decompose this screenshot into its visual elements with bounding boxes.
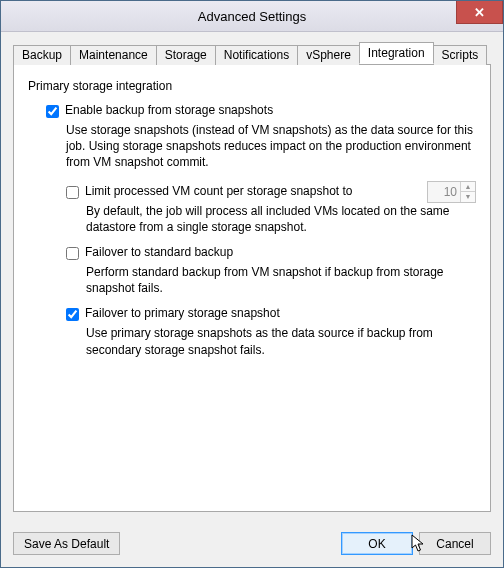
- limit-vm-label: Limit processed VM count per storage sna…: [85, 184, 352, 198]
- failover-primary-desc: Use primary storage snapshots as the dat…: [28, 325, 476, 357]
- limit-vm-row: Limit processed VM count per storage sna…: [28, 181, 476, 203]
- advanced-settings-window: Advanced Settings ✕ Backup Maintenance S…: [0, 0, 504, 568]
- failover-standard-row: Failover to standard backup: [28, 245, 476, 260]
- spinner-down-icon[interactable]: ▼: [461, 191, 475, 202]
- limit-vm-checkbox[interactable]: [66, 186, 79, 199]
- tab-notifications[interactable]: Notifications: [215, 45, 298, 65]
- tab-strip: Backup Maintenance Storage Notifications…: [13, 42, 491, 64]
- close-icon: ✕: [474, 5, 485, 20]
- failover-primary-label: Failover to primary storage snapshot: [85, 306, 280, 320]
- limit-vm-spinner[interactable]: ▲ ▼: [427, 181, 476, 203]
- failover-primary-checkbox[interactable]: [66, 308, 79, 321]
- enable-snapshots-checkbox[interactable]: [46, 105, 59, 118]
- titlebar: Advanced Settings ✕: [1, 1, 503, 32]
- enable-snapshots-row: Enable backup from storage snapshots: [28, 103, 476, 118]
- enable-snapshots-label: Enable backup from storage snapshots: [65, 103, 273, 117]
- failover-standard-desc: Perform standard backup from VM snapshot…: [28, 264, 476, 296]
- limit-vm-value[interactable]: [428, 182, 460, 202]
- failover-primary-row: Failover to primary storage snapshot: [28, 306, 476, 321]
- integration-panel: Primary storage integration Enable backu…: [13, 64, 491, 512]
- save-as-default-button[interactable]: Save As Default: [13, 532, 120, 555]
- tab-maintenance[interactable]: Maintenance: [70, 45, 157, 65]
- limit-vm-desc: By default, the job will process all inc…: [28, 203, 476, 235]
- tab-backup[interactable]: Backup: [13, 45, 71, 65]
- close-button[interactable]: ✕: [456, 1, 503, 24]
- ok-button[interactable]: OK: [341, 532, 413, 555]
- tab-integration[interactable]: Integration: [359, 42, 434, 64]
- enable-snapshots-desc: Use storage snapshots (instead of VM sna…: [28, 122, 476, 171]
- content-area: Backup Maintenance Storage Notifications…: [1, 32, 503, 522]
- tab-scripts[interactable]: Scripts: [433, 45, 488, 65]
- spinner-up-icon[interactable]: ▲: [461, 182, 475, 192]
- tab-vsphere[interactable]: vSphere: [297, 45, 360, 65]
- group-label: Primary storage integration: [28, 79, 476, 93]
- footer: Save As Default OK Cancel: [1, 522, 503, 567]
- tab-storage[interactable]: Storage: [156, 45, 216, 65]
- window-title: Advanced Settings: [198, 9, 306, 24]
- failover-standard-checkbox[interactable]: [66, 247, 79, 260]
- cancel-button[interactable]: Cancel: [419, 532, 491, 555]
- failover-standard-label: Failover to standard backup: [85, 245, 233, 259]
- spinner-arrows: ▲ ▼: [460, 182, 475, 202]
